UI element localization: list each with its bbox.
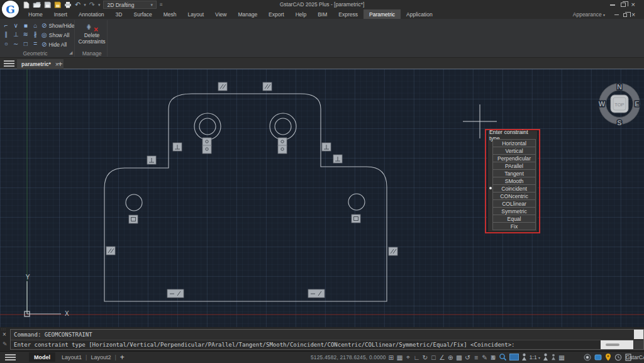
angle-snap-icon[interactable]: ∠ <box>439 354 445 361</box>
undo-icon[interactable]: ↶ <box>75 1 80 8</box>
tab-layout[interactable]: Layout <box>182 9 210 19</box>
coincident-constraint-icon[interactable]: ⌐ <box>1 21 11 30</box>
clock-history-icon[interactable] <box>614 354 622 361</box>
new-document-tab-icon[interactable]: + <box>58 59 63 69</box>
command-scrollbar-button[interactable] <box>634 330 643 339</box>
tab-3d[interactable]: 3D <box>110 9 128 19</box>
document-tab[interactable]: parametric* × <box>17 59 64 69</box>
layout2-tab[interactable]: Layout2 <box>91 354 111 360</box>
tab-export[interactable]: Export <box>263 9 290 19</box>
collinear-constraint-icon[interactable]: ∨ <box>11 21 21 30</box>
parallel-constraint-icon[interactable]: ∥ <box>1 30 11 40</box>
new-layout-icon[interactable]: + <box>120 353 125 362</box>
status-menu-icon[interactable] <box>5 354 16 360</box>
undo-dropdown-icon[interactable]: ▾ <box>84 3 86 8</box>
doc-restore-icon[interactable] <box>623 13 627 17</box>
tab-bim[interactable]: BIM <box>312 9 333 19</box>
panel-launcher-icon[interactable]: ◢ <box>69 50 72 55</box>
viewcube-north[interactable]: N <box>617 83 622 91</box>
tab-home[interactable]: Home <box>23 9 48 19</box>
command-prompt-row[interactable]: Enter constraint type [Horizontal/Vertic… <box>11 340 633 349</box>
viewcube-south[interactable]: S <box>617 119 621 126</box>
file-tabs-menu-icon[interactable] <box>4 60 14 67</box>
model-tab[interactable]: Model <box>29 352 55 362</box>
dynamic-ucs-icon[interactable]: ↺ <box>465 354 471 361</box>
tab-application[interactable]: Application <box>401 9 438 19</box>
fix-constraint-icon[interactable]: ■ <box>21 21 31 30</box>
delete-constraints-button[interactable]: ⋕× Delete Constraints <box>78 21 106 48</box>
symmetric-constraint-icon[interactable]: ∦ <box>31 30 41 40</box>
grid-display-icon[interactable]: ⊞ <box>388 354 394 361</box>
polar-tracking-icon[interactable]: ↻ <box>422 354 428 361</box>
drawing-canvas[interactable]: Y X TOP N S W E Enter constraint type <box>0 69 644 327</box>
auto-scale-icon[interactable] <box>543 353 548 361</box>
tab-parametric[interactable]: Parametric <box>364 9 401 19</box>
show-hide-button[interactable]: ⊘Show/Hide <box>42 21 75 30</box>
viewcube-west[interactable]: W <box>599 100 606 108</box>
command-scrollbar-thumb[interactable] <box>606 343 619 346</box>
command-close-icon[interactable]: × <box>3 331 6 338</box>
tab-help[interactable]: Help <box>290 9 312 19</box>
hardware-acceleration-icon[interactable] <box>509 354 519 360</box>
plate-outline[interactable] <box>104 94 387 301</box>
doc-minimize-icon[interactable] <box>614 14 619 15</box>
tab-annotation[interactable]: Annotation <box>73 9 110 19</box>
tab-mesh[interactable]: Mesh <box>158 9 182 19</box>
qat-customize-icon[interactable]: ≡ <box>160 2 163 8</box>
annotation-visibility-icon[interactable] <box>521 353 527 361</box>
quick-properties-icon[interactable]: ✎ <box>482 354 488 361</box>
gstarcad-logo-icon[interactable]: G <box>2 1 19 18</box>
lineweight-icon[interactable]: ≡ <box>473 354 479 361</box>
open-file-icon[interactable] <box>33 1 41 8</box>
command-scrollbar-corner <box>634 340 643 349</box>
redo-icon[interactable]: ↷ <box>89 1 95 8</box>
ucs-x-label: X <box>65 310 69 317</box>
layers-stack-icon[interactable]: ≋ <box>491 354 496 361</box>
layout1-tab[interactable]: Layout1 <box>62 354 82 360</box>
annotation-monitor-icon[interactable] <box>551 354 556 360</box>
annotation-scale-control[interactable]: 1:1 ▾ <box>530 354 540 360</box>
show-all-button[interactable]: ◎Show All <box>42 30 75 40</box>
save-as-icon[interactable] <box>54 1 61 8</box>
vertical-constraint-icon[interactable]: ∼ <box>11 39 21 48</box>
ortho-mode-icon[interactable]: ∟ <box>414 354 420 361</box>
object-snap-icon[interactable]: □ <box>431 354 437 361</box>
record-target-icon[interactable] <box>584 354 591 361</box>
new-file-icon[interactable] <box>23 1 30 9</box>
dynamic-input-icon[interactable]: ⌖ <box>405 353 411 361</box>
menu-item-fix[interactable]: Fix <box>492 222 536 230</box>
appearance-dropdown[interactable]: Appearance ▾ <box>573 11 605 18</box>
tab-view[interactable]: View <box>209 9 232 19</box>
doc-close-icon[interactable]: × <box>631 12 635 18</box>
tab-express[interactable]: Express <box>333 9 364 19</box>
equal-constraint-icon[interactable]: = <box>31 39 41 48</box>
concentric-constraint-icon[interactable]: □ <box>21 39 31 48</box>
tab-surface[interactable]: Surface <box>128 9 157 19</box>
restore-icon[interactable] <box>621 3 626 7</box>
redo-dropdown-icon[interactable]: ▾ <box>98 3 101 8</box>
close-icon[interactable]: × <box>631 2 635 8</box>
save-icon[interactable] <box>44 1 51 8</box>
minimize-icon[interactable] <box>610 4 615 6</box>
isometric-drafting-icon[interactable]: ▩ <box>456 354 462 361</box>
print-icon[interactable] <box>64 1 72 8</box>
zoom-search-icon[interactable] <box>499 353 507 361</box>
3d-object-snap-icon[interactable]: ⊕ <box>448 354 454 361</box>
tab-insert[interactable]: Insert <box>48 9 73 19</box>
location-pin-icon[interactable] <box>605 353 611 361</box>
constraint-markers[interactable] <box>106 82 397 298</box>
perpendicular-constraint-icon[interactable]: ⊥ <box>11 30 21 40</box>
hide-all-button[interactable]: ⊘Hide All <box>42 40 75 49</box>
cloud-storage-icon[interactable] <box>594 354 602 361</box>
command-customize-icon[interactable]: ✎ <box>3 341 8 347</box>
tab-manage[interactable]: Manage <box>232 9 263 19</box>
workspace-switching-icon[interactable]: ▦ <box>558 354 565 361</box>
viewcube[interactable]: TOP N S W E <box>599 83 640 126</box>
workspace-dropdown[interactable]: 2D Drafting ▾ <box>103 1 157 9</box>
tangent-constraint-icon[interactable]: ○ <box>1 39 11 48</box>
drill-holes[interactable] <box>126 113 365 211</box>
smooth-constraint-icon[interactable]: ≋ <box>21 30 31 40</box>
viewcube-east[interactable]: E <box>635 100 639 108</box>
horizontal-constraint-icon[interactable]: ⌂ <box>31 21 41 30</box>
snap-mode-icon[interactable]: ▦ <box>397 354 403 361</box>
